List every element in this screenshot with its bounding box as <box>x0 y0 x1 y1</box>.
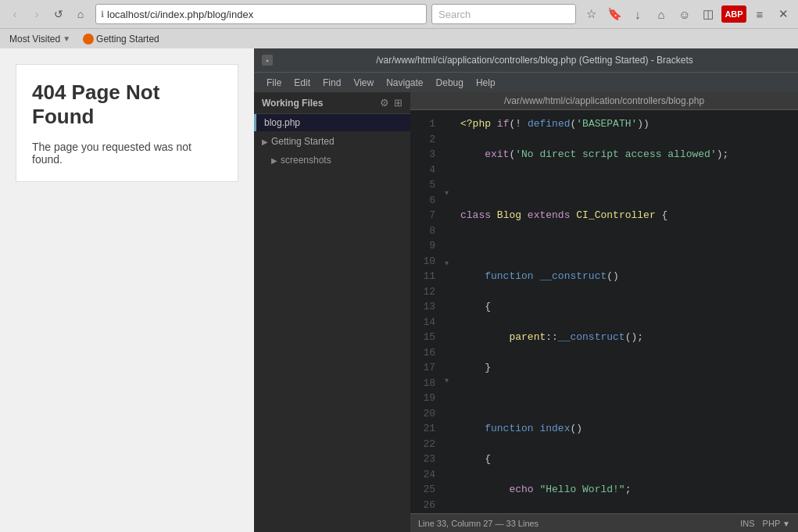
fold-marker[interactable]: ▾ <box>443 257 454 269</box>
back-button[interactable]: ‹ <box>5 4 25 24</box>
code-line: function index() <box>460 421 792 437</box>
brackets-menubar: File Edit Find View Navigate Debug Help <box>254 72 798 92</box>
brackets-editor: ▪ /var/www/html/ci/application/controlle… <box>254 48 798 532</box>
code-line <box>460 223 792 239</box>
code-line <box>460 254 792 270</box>
brackets-close-button[interactable]: ▪ <box>262 55 273 66</box>
home-button[interactable]: ⌂ <box>70 4 91 24</box>
error-box: 404 Page Not Found The page you requeste… <box>16 64 238 182</box>
code-line <box>460 238 792 254</box>
fold-marker <box>443 245 454 257</box>
code-line: { <box>460 452 792 467</box>
bookmarks-button[interactable]: 🔖 <box>604 4 624 24</box>
line-number: 2 <box>410 132 443 148</box>
menu-button[interactable]: ≡ <box>750 4 770 24</box>
code-content[interactable]: 1234567891011121314151617181920212223242… <box>410 110 798 513</box>
menu-debug[interactable]: Debug <box>430 76 470 90</box>
line-number: 3 <box>410 147 443 162</box>
fold-marker <box>443 128 454 140</box>
line-number: 20 <box>410 406 443 422</box>
fold-marker <box>443 163 454 175</box>
code-line <box>460 177 792 193</box>
line-number: 17 <box>410 360 443 376</box>
download-button[interactable]: ↓ <box>628 4 648 24</box>
webpage: 404 Page Not Found The page you requeste… <box>0 48 254 532</box>
line-number: 7 <box>410 208 443 223</box>
menu-navigate[interactable]: Navigate <box>380 76 429 90</box>
code-line <box>460 193 792 209</box>
smiley-button[interactable]: ☺ <box>675 4 695 24</box>
sidebar-getting-started[interactable]: ▶ Getting Started <box>254 131 410 152</box>
sidebar-open-file[interactable]: blog.php <box>254 114 410 131</box>
fold-marker <box>443 421 454 433</box>
pocket-button[interactable]: ◫ <box>698 4 718 24</box>
sidebar-header: Working Files ⚙ ⊞ <box>254 92 410 114</box>
code-line <box>460 284 792 300</box>
fold-marker <box>443 280 454 292</box>
line-number: 15 <box>410 330 443 345</box>
language-dropdown-icon: ▼ <box>782 520 790 528</box>
line-number: 4 <box>410 162 443 178</box>
fold-marker[interactable]: ▾ <box>443 187 454 198</box>
split-icon[interactable]: ⊞ <box>394 97 403 109</box>
menu-find[interactable]: Find <box>317 76 347 90</box>
brackets-sidebar: Working Files ⚙ ⊞ blog.php ▶ Getting Sta… <box>254 92 410 532</box>
settings-icon[interactable]: ⚙ <box>380 97 389 109</box>
fold-marker <box>443 304 454 316</box>
fold-marker <box>443 445 454 456</box>
code-lines[interactable]: <?php if(! defined('BASEPATH')) exit('No… <box>454 110 798 513</box>
brackets-content: Working Files ⚙ ⊞ blog.php ▶ Getting Sta… <box>254 92 798 532</box>
menu-view[interactable]: View <box>347 76 380 90</box>
section-triangle: ▶ <box>262 137 268 146</box>
adblock-button[interactable]: ABP <box>721 5 746 23</box>
code-line <box>460 391 792 406</box>
star-button[interactable]: ☆ <box>581 4 601 24</box>
code-line: { <box>460 299 792 315</box>
code-line <box>460 498 792 513</box>
menu-file[interactable]: File <box>260 76 288 90</box>
menu-edit[interactable]: Edit <box>288 76 317 90</box>
cursor-position: Line 33, Column 27 — 33 Lines <box>418 519 539 528</box>
code-line: exit('No direct script access allowed'); <box>460 147 792 162</box>
menu-help[interactable]: Help <box>470 76 502 90</box>
code-line: echo "Hello World!"; <box>460 482 792 498</box>
fold-marker <box>443 386 454 398</box>
code-line <box>460 345 792 361</box>
fold-marker <box>443 198 454 210</box>
search-bar[interactable]: Search <box>431 4 576 24</box>
error-message: The page you requested was not found. <box>32 141 222 166</box>
code-area: /var/www/html/ci/application/controllers… <box>410 92 798 532</box>
home-btn2[interactable]: ⌂ <box>651 4 671 24</box>
line-number: 22 <box>410 437 443 452</box>
fold-marker <box>443 222 454 234</box>
firefox-icon <box>83 34 94 45</box>
line-number: 24 <box>410 467 443 483</box>
fold-marker <box>443 491 454 503</box>
line-number: 10 <box>410 254 443 270</box>
brackets-titlebar: ▪ /var/www/html/ci/application/controlle… <box>254 48 798 72</box>
fold-marker <box>443 480 454 491</box>
browser-toolbar: ‹ › ↺ ⌂ ℹ localhost/ci/index.php/blog/in… <box>0 0 798 28</box>
code-line: <?php if(! defined('BASEPATH')) <box>460 116 792 132</box>
fold-marker <box>443 316 454 327</box>
line-number: 19 <box>410 391 443 406</box>
fold-marker <box>443 362 454 374</box>
reload-button[interactable]: ↺ <box>48 4 69 24</box>
code-line: parent::__construct(); <box>460 330 792 345</box>
most-visited-arrow: ▼ <box>63 34 70 43</box>
fold-marker[interactable]: ▾ <box>443 374 454 386</box>
language-mode[interactable]: PHP ▼ <box>763 519 790 528</box>
address-bar[interactable]: ℹ localhost/ci/index.php/blog/index <box>95 4 427 24</box>
sidebar-icons: ⚙ ⊞ <box>380 97 403 109</box>
line-number: 25 <box>410 482 443 498</box>
close-button[interactable]: ✕ <box>773 4 793 24</box>
line-number: 14 <box>410 315 443 330</box>
working-files-label: Working Files <box>262 98 323 109</box>
forward-button[interactable]: › <box>27 4 47 24</box>
fold-marker <box>443 210 454 222</box>
getting-started-bookmark[interactable]: Getting Started <box>80 32 163 46</box>
most-visited-bookmark[interactable]: Most Visited ▼ <box>6 32 73 46</box>
sidebar-screenshots[interactable]: ▶ screenshots <box>254 152 410 169</box>
code-line: class Blog extends CI_Controller { <box>460 208 792 223</box>
line-number: 23 <box>410 452 443 467</box>
